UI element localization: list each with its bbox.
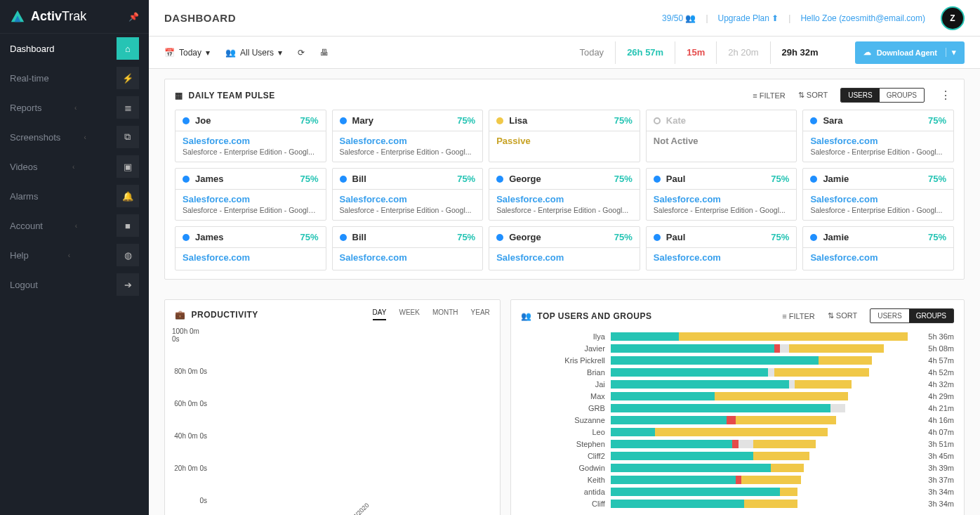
- avatar[interactable]: Z: [941, 6, 965, 30]
- productivity-tab-week[interactable]: WEEK: [399, 308, 419, 320]
- pulse-card[interactable]: Paul 75% Salesforce.com Salesforce - Ent…: [646, 168, 797, 221]
- sidebar-item-label: Logout: [10, 280, 38, 290]
- sidebar-item-alarms[interactable]: Alarms🔔: [0, 181, 149, 211]
- logo-icon: [10, 9, 25, 25]
- topusers-name: Kris Pickrell: [521, 356, 605, 365]
- pulse-toggle-users[interactable]: USERS: [841, 89, 879, 102]
- productivity-tabs: DAYWEEKMONTHYEAR: [373, 308, 490, 320]
- topusers-bar: [611, 452, 908, 460]
- topusers-duration: 4h 07m: [913, 428, 954, 436]
- pulse-user-name: Mary: [352, 115, 373, 126]
- topusers-row: Godwin 3h 39m: [521, 462, 954, 474]
- pulse-card[interactable]: Bill 75% Salesforce.com Salesforce - Ent…: [332, 168, 484, 221]
- topbar: DASHBOARD 39/50 👥 | Upgrade Plan ⬆ | Hel…: [149, 0, 980, 37]
- sidebar-item-reports[interactable]: Reports‹≣: [0, 93, 149, 122]
- topusers-name: Cliff: [521, 500, 605, 508]
- topusers-bar: [611, 416, 908, 424]
- date-filter[interactable]: 📅 Today ▾: [164, 48, 210, 58]
- print-icon[interactable]: 🖶: [320, 48, 329, 58]
- topusers-filter[interactable]: ≡ FILTER: [782, 312, 815, 320]
- download-agent-button[interactable]: ☁ Download Agent▾: [855, 41, 965, 64]
- pulse-app: Salesforce.com: [340, 136, 476, 146]
- status-dot-icon: [340, 176, 347, 183]
- topusers-name: Stephen: [521, 440, 605, 448]
- pulse-user-pct: 75%: [771, 174, 789, 184]
- sidebar-item-label: Screenshots: [10, 132, 60, 143]
- sidebar-item-help[interactable]: Help‹◍: [0, 240, 149, 270]
- topusers-name: Brian: [521, 368, 605, 377]
- topusers-bar: [611, 440, 908, 448]
- pulse-card[interactable]: Jamie 75% Salesforce.com: [802, 226, 954, 270]
- pulse-user-name: Lisa: [509, 115, 527, 126]
- pulse-sort[interactable]: ⇅ SORT: [798, 91, 828, 100]
- topusers-row: antida 3h 34m: [521, 485, 954, 497]
- pulse-toggle-groups[interactable]: GROUPS: [880, 89, 924, 102]
- pulse-card[interactable]: Paul 75% Salesforce.com: [646, 226, 797, 270]
- pulse-card[interactable]: Kate Not Active: [646, 110, 797, 162]
- pulse-card[interactable]: George 75% Salesforce.com Salesforce - E…: [489, 168, 640, 221]
- pulse-card[interactable]: Mary 75% Salesforce.com Salesforce - Ent…: [332, 110, 484, 162]
- scope-filter[interactable]: 👥 All Users ▾: [225, 48, 282, 58]
- pulse-user-name: Bill: [352, 174, 366, 184]
- topusers-row: Stephen 3h 51m: [521, 438, 954, 450]
- nav-icon: ⌂: [117, 37, 139, 60]
- pulse-user-pct: 75%: [300, 232, 319, 242]
- pulse-user-pct: 75%: [614, 174, 633, 184]
- seat-count[interactable]: 39/50 👥: [662, 13, 696, 23]
- topusers-toggle-groups[interactable]: GROUPS: [909, 309, 953, 322]
- topusers-bar: [611, 464, 908, 472]
- pulse-card[interactable]: James 75% Salesforce.com Salesforce - En…: [175, 168, 326, 221]
- topusers-row: Leo 4h 07m: [521, 426, 954, 438]
- refresh-icon[interactable]: ⟳: [298, 48, 305, 58]
- topusers-row: GRB 4h 21m: [521, 402, 954, 414]
- topusers-row: Max 4h 29m: [521, 390, 954, 402]
- upgrade-plan-link[interactable]: Upgrade Plan ⬆: [718, 13, 779, 23]
- pulse-app: Salesforce.com: [183, 136, 319, 146]
- topusers-duration: 3h 39m: [913, 464, 954, 472]
- pulse-app: Salesforce.com: [496, 252, 633, 263]
- sidebar-item-account[interactable]: Account‹■: [0, 211, 149, 240]
- topusers-bar: [611, 488, 908, 496]
- topusers-duration: 3h 45m: [913, 452, 954, 460]
- sidebar-item-label: Reports: [10, 103, 42, 113]
- sidebar-item-logout[interactable]: Logout➔: [0, 270, 149, 299]
- sidebar-item-videos[interactable]: Videos‹▣: [0, 152, 149, 181]
- productivity-tab-month[interactable]: MONTH: [432, 308, 458, 320]
- productivity-tab-year[interactable]: YEAR: [471, 308, 490, 320]
- topusers-toggle-users[interactable]: USERS: [870, 309, 908, 322]
- pulse-card[interactable]: Bill 75% Salesforce.com: [332, 226, 484, 270]
- topusers-duration: 4h 16m: [913, 416, 954, 424]
- pulse-menu-icon[interactable]: ⋮: [937, 89, 954, 102]
- pulse-card[interactable]: George 75% Salesforce.com: [489, 226, 640, 270]
- nav-icon: ≣: [117, 96, 139, 119]
- pulse-filter[interactable]: ≡ FILTER: [753, 91, 786, 100]
- pulse-app: Passive: [496, 136, 633, 146]
- sidebar-item-screenshots[interactable]: Screenshots‹⧉: [0, 122, 149, 152]
- pulse-panel: ▦ DAILY TEAM PULSE ≡ FILTER ⇅ SORT USERS…: [164, 79, 965, 280]
- logo-text: ActivTrak: [31, 9, 86, 24]
- topusers-sort[interactable]: ⇅ SORT: [828, 311, 857, 320]
- pulse-app: Salesforce.com: [183, 194, 319, 204]
- sidebar: ActivTrak 📌 Dashboard⌂Real-time⚡Reports‹…: [0, 0, 149, 515]
- topusers-name: Jai: [521, 380, 605, 389]
- pin-icon[interactable]: 📌: [128, 12, 139, 22]
- pulse-card[interactable]: Joe 75% Salesforce.com Salesforce - Ente…: [175, 110, 326, 162]
- topusers-row: Brian 4h 52m: [521, 366, 954, 378]
- pulse-user-pct: 75%: [928, 232, 946, 242]
- hello-user[interactable]: Hello Zoe (zoesmith@email.com): [800, 13, 925, 23]
- topusers-duration: 4h 21m: [913, 404, 954, 412]
- status-dot-icon: [654, 117, 661, 124]
- sidebar-item-real-time[interactable]: Real-time⚡: [0, 63, 149, 93]
- pulse-card[interactable]: Lisa 75% Passive: [489, 110, 640, 162]
- productivity-tab-day[interactable]: DAY: [373, 308, 387, 320]
- sidebar-item-label: Alarms: [10, 191, 38, 202]
- pulse-card[interactable]: James 75% Salesforce.com: [175, 226, 326, 270]
- status-dot-icon: [340, 117, 347, 124]
- sidebar-item-dashboard[interactable]: Dashboard⌂: [0, 34, 149, 63]
- content: ▦ DAILY TEAM PULSE ≡ FILTER ⇅ SORT USERS…: [149, 69, 980, 515]
- pulse-card[interactable]: Jamie 75% Salesforce.com Salesforce - En…: [802, 168, 954, 221]
- nav-icon: ■: [117, 214, 139, 237]
- chevron-left-icon: ‹: [75, 222, 77, 230]
- pulse-card[interactable]: Sara 75% Salesforce.com Salesforce - Ent…: [802, 110, 954, 162]
- topusers-name: Javier: [521, 344, 605, 353]
